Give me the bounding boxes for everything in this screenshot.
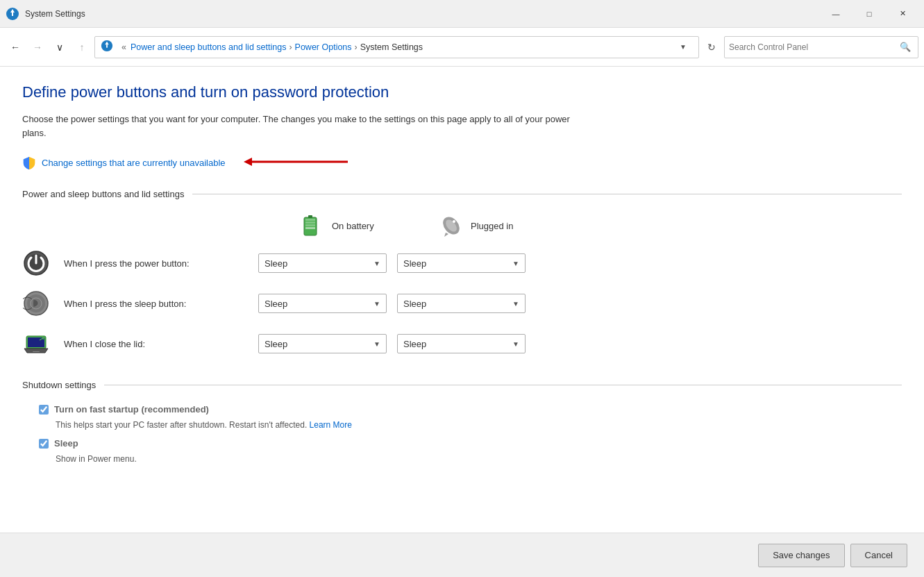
sleep-plugged-dropdown[interactable]: Sleep ▼ bbox=[397, 294, 526, 313]
lid-battery-arrow: ▼ bbox=[373, 340, 380, 348]
breadcrumb-hardware-sound[interactable]: Power and sleep buttons and lid settings bbox=[131, 42, 286, 52]
pluggedin-label: Plugged in bbox=[471, 221, 513, 231]
lid-battery-dropdown[interactable]: Sleep ▼ bbox=[258, 334, 387, 353]
breadcrumb-arrow-1: › bbox=[289, 42, 292, 52]
section2-divider bbox=[104, 385, 902, 385]
red-arrow-annotation bbox=[237, 153, 362, 172]
breadcrumb-sep: « bbox=[121, 42, 126, 52]
breadcrumb-arrow-2: › bbox=[355, 42, 358, 52]
svg-rect-5 bbox=[106, 44, 108, 48]
sleep-battery-dropdown[interactable]: Sleep ▼ bbox=[258, 294, 387, 313]
fast-startup-desc: This helps start your PC faster after sh… bbox=[56, 420, 902, 430]
battery-column-header: On battery bbox=[300, 213, 439, 238]
battery-label: On battery bbox=[332, 221, 374, 231]
sleep-battery-arrow: ▼ bbox=[373, 300, 380, 308]
lid-battery-value: Sleep bbox=[264, 339, 287, 349]
lid-plugged-dropdown[interactable]: Sleep ▼ bbox=[397, 334, 526, 353]
app-icon bbox=[6, 7, 19, 21]
breadcrumb-icon bbox=[101, 40, 113, 54]
search-input[interactable] bbox=[729, 42, 897, 52]
power-button-label: When I press the power button: bbox=[64, 258, 258, 269]
power-battery-arrow: ▼ bbox=[373, 260, 380, 267]
sleep-button-label: When I press the sleep button: bbox=[64, 299, 258, 309]
footer: Save changes Cancel bbox=[0, 533, 924, 577]
title-bar: System Settings — □ ✕ bbox=[0, 0, 924, 28]
breadcrumb-power-options[interactable]: Power Options bbox=[295, 42, 352, 52]
power-button-row: When I press the power button: Sleep ▼ S… bbox=[22, 249, 902, 277]
power-plugged-value: Sleep bbox=[403, 258, 426, 269]
main-content: Define power buttons and turn on passwor… bbox=[0, 67, 924, 533]
breadcrumb-dropdown[interactable]: ▼ bbox=[673, 37, 693, 57]
sleep-shutdown-checkbox[interactable] bbox=[39, 439, 49, 449]
svg-rect-11 bbox=[305, 221, 315, 224]
minimize-button[interactable]: — bbox=[820, 3, 852, 24]
window-controls: — □ ✕ bbox=[820, 3, 918, 24]
uac-settings-link[interactable]: Change settings that are currently unava… bbox=[42, 158, 226, 168]
power-button-icon bbox=[22, 249, 50, 277]
svg-rect-9 bbox=[308, 215, 312, 218]
sleep-plugged-arrow: ▼ bbox=[512, 300, 519, 308]
cancel-button[interactable]: Cancel bbox=[850, 544, 907, 567]
power-battery-dropdown[interactable]: Sleep ▼ bbox=[258, 253, 387, 273]
refresh-button[interactable]: ↻ bbox=[702, 37, 721, 57]
search-box: 🔍 bbox=[724, 36, 918, 58]
sleep-button-icon bbox=[22, 290, 50, 317]
fast-startup-group: Turn on fast startup (recommended) This … bbox=[39, 404, 902, 430]
power-plugged-dropdown[interactable]: Sleep ▼ bbox=[397, 253, 526, 273]
section1-label: Power and sleep buttons and lid settings bbox=[22, 189, 184, 199]
close-lid-row: When I close the lid: Sleep ▼ Sleep ▼ bbox=[22, 330, 902, 358]
sleep-battery-value: Sleep bbox=[264, 299, 287, 309]
svg-rect-2 bbox=[12, 12, 13, 16]
sleep-plugged-value: Sleep bbox=[403, 299, 426, 309]
svg-marker-7 bbox=[244, 158, 252, 166]
dropdown-button[interactable]: ∨ bbox=[50, 37, 69, 57]
svg-rect-13 bbox=[305, 227, 315, 229]
sleep-shutdown-label: Sleep bbox=[54, 438, 78, 449]
page-description: Choose the power settings that you want … bbox=[22, 112, 578, 140]
save-changes-button[interactable]: Save changes bbox=[758, 544, 844, 567]
fast-startup-label: Turn on fast startup (recommended) bbox=[54, 404, 209, 415]
uac-link-row: Change settings that are currently unava… bbox=[22, 153, 902, 172]
lid-plugged-arrow: ▼ bbox=[512, 340, 519, 348]
page-title: Define power buttons and turn on passwor… bbox=[22, 83, 902, 101]
section1-divider bbox=[192, 194, 902, 194]
column-headers: On battery Plugged in bbox=[64, 213, 902, 238]
breadcrumb: « Power and sleep buttons and lid settin… bbox=[94, 36, 699, 58]
section2-header: Shutdown settings bbox=[22, 380, 902, 390]
search-icon[interactable]: 🔍 bbox=[897, 39, 914, 56]
breadcrumb-current: System Settings bbox=[360, 42, 423, 52]
back-button[interactable]: ← bbox=[6, 37, 25, 57]
close-button[interactable]: ✕ bbox=[887, 3, 918, 24]
learn-more-link[interactable]: Learn More bbox=[310, 420, 352, 430]
svg-rect-26 bbox=[33, 351, 40, 352]
maximize-button[interactable]: □ bbox=[853, 3, 885, 24]
lid-label: When I close the lid: bbox=[64, 339, 258, 349]
up-button[interactable]: ↑ bbox=[72, 37, 92, 57]
pluggedin-column-header: Plugged in bbox=[439, 213, 578, 238]
fast-startup-checkbox[interactable] bbox=[39, 405, 49, 415]
lid-plugged-value: Sleep bbox=[403, 339, 426, 349]
power-battery-value: Sleep bbox=[264, 258, 287, 269]
power-plugged-arrow: ▼ bbox=[512, 260, 519, 267]
svg-rect-12 bbox=[305, 224, 315, 226]
window-title: System Settings bbox=[25, 9, 820, 19]
pluggedin-icon bbox=[439, 213, 464, 238]
empty-col bbox=[64, 213, 300, 238]
sleep-shutdown-row: Sleep bbox=[39, 438, 902, 449]
svg-rect-10 bbox=[305, 219, 315, 221]
settings-grid: When I press the power button: Sleep ▼ S… bbox=[22, 249, 902, 358]
svg-point-17 bbox=[453, 220, 455, 223]
section2-label: Shutdown settings bbox=[22, 380, 96, 390]
sleep-shutdown-group: Sleep Show in Power menu. bbox=[39, 438, 902, 464]
uac-shield-icon bbox=[22, 156, 36, 170]
svg-marker-16 bbox=[444, 233, 448, 237]
section1-header: Power and sleep buttons and lid settings bbox=[22, 189, 902, 199]
svg-marker-25 bbox=[24, 349, 48, 353]
battery-icon bbox=[300, 213, 325, 238]
address-bar: ← → ∨ ↑ « Power and sleep buttons and li… bbox=[0, 28, 924, 67]
fast-startup-row: Turn on fast startup (recommended) bbox=[39, 404, 902, 415]
sleep-shutdown-desc: Show in Power menu. bbox=[56, 454, 902, 464]
forward-button[interactable]: → bbox=[28, 37, 47, 57]
sleep-button-row: When I press the sleep button: Sleep ▼ S… bbox=[22, 290, 902, 317]
lid-icon bbox=[22, 330, 50, 358]
